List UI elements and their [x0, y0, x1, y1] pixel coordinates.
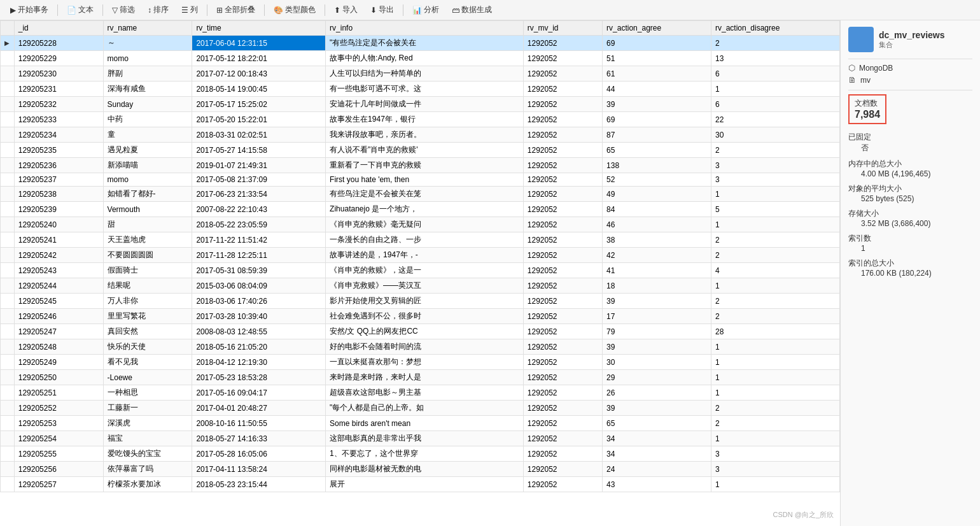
table-row[interactable]: ▶129205228～2017-06-04 12:31:15"有些鸟注定是不会被… [1, 36, 840, 51]
table-row[interactable]: 129205250-Loewe2017-05-23 18:53:28来时路是来时… [1, 370, 840, 385]
cell-rv_action_disagree: 3 [711, 158, 839, 173]
cell-_id: 129205242 [14, 248, 103, 263]
import-button[interactable]: ⬆ 导入 [329, 3, 363, 17]
col-header-rv_mv_id[interactable]: rv_mv_id [523, 21, 602, 36]
cell-_id: 129205231 [14, 82, 103, 97]
table-row[interactable]: 129205233中药2017-05-20 15:22:01故事发生在1947年… [1, 112, 840, 127]
cell-rv_mv_id: 1292052 [523, 82, 602, 97]
collection-label: mv [860, 76, 871, 85]
cell-rv_action_agree: 39 [603, 401, 711, 416]
cell-rv_info: 《肖申克的救赎》毫无疑问 [326, 217, 524, 232]
row-marker-cell: ▶ [1, 36, 15, 51]
cell-rv_action_agree: 30 [603, 355, 711, 370]
cell-rv_action_disagree: 6 [711, 97, 839, 112]
table-row[interactable]: 129205247真回安然2008-08-03 12:48:55安然/文 QQ上… [1, 324, 840, 339]
cell-rv_action_disagree: 1 [711, 278, 839, 294]
analyze-button[interactable]: 📊 分析 [407, 3, 444, 17]
table-row[interactable]: 129205255爱吃馒头的宝宝2017-05-28 16:05:061、不要忘… [1, 446, 840, 462]
filter-button[interactable]: ▽ 筛选 [107, 3, 140, 17]
table-row[interactable]: 129205239Vermouth2007-08-22 22:10:43Zihu… [1, 202, 840, 217]
cell-rv_action_disagree: 2 [711, 309, 839, 324]
cell-rv_name: 柠檬茶水要加冰 [103, 477, 192, 492]
table-row[interactable]: 129205235遇见粒夏2017-05-27 14:15:58有人说不看"肖申… [1, 143, 840, 158]
table-row[interactable]: 129205232Sunday2017-05-17 15:25:02安迪花十几年… [1, 97, 840, 112]
cell-rv_action_disagree: 2 [711, 416, 839, 431]
cell-rv_time: 2008-10-16 11:50:55 [192, 416, 326, 431]
cell-rv_info: "每个人都是自己的上帝。如 [326, 401, 524, 416]
table-row[interactable]: 129205252工藤新一2017-04-01 20:48:27"每个人都是自己… [1, 401, 840, 416]
col-header-rv_action_agree[interactable]: rv_action_agree [603, 21, 711, 36]
type-color-button[interactable]: 🎨 类型颜色 [269, 3, 321, 17]
avg-size-label: 对象的平均大小 [848, 183, 972, 194]
table-row[interactable]: 129205256依萍暴富了吗2017-04-11 13:58:24同样的电影题… [1, 462, 840, 477]
cell-rv_time: 2017-06-23 21:33:54 [192, 187, 326, 202]
expand-all-button[interactable]: ⊞ 全部折叠 [211, 3, 260, 17]
table-row[interactable]: 129205249看不见我2018-04-12 12:19:30一直以来挺喜欢那… [1, 355, 840, 370]
cell-rv_mv_id: 1292052 [523, 309, 602, 324]
columns-button[interactable]: ☰ 列 [176, 3, 203, 17]
table-row[interactable]: 129205246里里写繁花2017-03-28 10:39:40社会难免遇到不… [1, 309, 840, 324]
table-row[interactable]: 129205254福宝2018-05-27 14:16:33这部电影真的是非常出… [1, 431, 840, 446]
table-row[interactable]: 129205234童2018-03-31 02:02:51我来讲段故事吧，亲历者… [1, 127, 840, 143]
toolbar: ▶ 开始事务 📄 文本 ▽ 筛选 ↕ 排序 ☰ 列 ⊞ 全部折叠 🎨 类型颜色 … [0, 0, 980, 20]
table-row[interactable]: 129205240甜2018-05-22 23:05:59《肖申克的救赎》毫无疑… [1, 217, 840, 232]
cell-rv_mv_id: 1292052 [523, 66, 602, 82]
row-marker-header [1, 21, 15, 36]
table-row[interactable]: 129205257柠檬茶水要加冰2018-05-23 23:15:44展开129… [1, 477, 840, 492]
col-header-rv_action_disagree[interactable]: rv_action_disagree [711, 21, 839, 36]
cell-rv_action_agree: 39 [603, 97, 711, 112]
cell-rv_action_agree: 43 [603, 477, 711, 492]
table-row[interactable]: 129205253深溪虎2008-10-16 11:50:55Some bird… [1, 416, 840, 431]
table-row[interactable]: 129205238如错看了都好-2017-06-23 21:33:54有些鸟注定… [1, 187, 840, 202]
cell-rv_action_agree: 65 [603, 416, 711, 431]
table-row[interactable]: 129205229momo2017-05-12 18:22:01故事中的人物:A… [1, 51, 840, 66]
panel-title: dc_mv_reviews [879, 30, 945, 40]
cell-rv_name: 真回安然 [103, 324, 192, 339]
col-header-rv_name[interactable]: rv_name [103, 21, 192, 36]
cell-rv_name: 里里写繁花 [103, 309, 192, 324]
cell-rv_info: 故事中的人物:Andy, Red [326, 51, 524, 66]
table-row[interactable]: 129205237momo2017-05-08 21:37:09First yo… [1, 173, 840, 187]
cell-rv_action_disagree: 2 [711, 248, 839, 263]
cell-rv_mv_id: 1292052 [523, 416, 602, 431]
sort-icon: ↕ [148, 6, 151, 15]
data-gen-button[interactable]: 🗃 数据生成 [447, 3, 497, 17]
cell-rv_info: 有人说不看"肖申克的救赎' [326, 143, 524, 158]
fixed-value: 否 [861, 143, 972, 153]
cell-rv_info: 我来讲段故事吧，亲历者。 [326, 127, 524, 143]
col-header-rv_time[interactable]: rv_time [192, 21, 326, 36]
table-row[interactable]: 129205243假面骑士2017-05-31 08:59:39《肖申克的救赎》… [1, 263, 840, 278]
table-row[interactable]: 129205245万人非你2018-03-06 17:40:26影片开始使用交叉… [1, 294, 840, 309]
panel-header: dc_mv_reviews 集合 [848, 27, 972, 52]
table-row[interactable]: 129205230胖副2017-07-12 00:18:43人生可以归结为一种简… [1, 66, 840, 82]
cell-rv_name: 看不见我 [103, 355, 192, 370]
cell-rv_info: 安迪花十几年时间做成一件 [326, 97, 524, 112]
cell-rv_mv_id: 1292052 [523, 294, 602, 309]
row-marker-cell [1, 158, 15, 173]
cell-_id: 129205251 [14, 385, 103, 401]
cell-rv_action_agree: 65 [603, 143, 711, 158]
table-row[interactable]: 129205248快乐的天使2018-05-16 21:05:20好的电影不会随… [1, 339, 840, 355]
cell-rv_action_agree: 39 [603, 294, 711, 309]
table-row[interactable]: 129205242不要圆圆圆圆2017-11-28 12:25:11故事讲述的是… [1, 248, 840, 263]
cell-rv_time: 2018-05-14 19:00:45 [192, 82, 326, 97]
sort-button[interactable]: ↕ 排序 [143, 3, 174, 17]
cell-rv_name: 童 [103, 127, 192, 143]
table-area[interactable]: _id rv_name rv_time rv_info rv_mv_id rv_… [0, 20, 840, 526]
table-row[interactable]: 129205241天王盖地虎2017-11-22 11:51:42一条漫长的自由… [1, 232, 840, 248]
export-button[interactable]: ⬇ 导出 [365, 3, 399, 17]
cell-rv_time: 2017-05-12 18:22:01 [192, 51, 326, 66]
avg-size-section: 对象的平均大小 525 bytes (525) [848, 183, 972, 203]
table-row[interactable]: 129205236新添喵喵2019-01-07 21:49:31重新看了一下肖申… [1, 158, 840, 173]
table-row[interactable]: 129205251一种相思2017-05-16 09:04:17超级喜欢这部电影… [1, 385, 840, 401]
doc-count-section: 文档数 7,984 [848, 94, 972, 127]
start-task-button[interactable]: ▶ 开始事务 [5, 3, 53, 17]
cell-rv_time: 2017-04-11 13:58:24 [192, 462, 326, 477]
col-header-id[interactable]: _id [14, 21, 103, 36]
import-icon: ⬆ [334, 6, 340, 15]
table-row[interactable]: 129205231深海有咸鱼2018-05-14 19:00:45有一些电影可遇… [1, 82, 840, 97]
col-header-rv_info[interactable]: rv_info [326, 21, 524, 36]
cell-_id: 129205256 [14, 462, 103, 477]
text-button[interactable]: 📄 文本 [62, 3, 99, 17]
table-row[interactable]: 129205244结果呢2015-03-06 08:04:09《肖申克救赎》——… [1, 278, 840, 294]
